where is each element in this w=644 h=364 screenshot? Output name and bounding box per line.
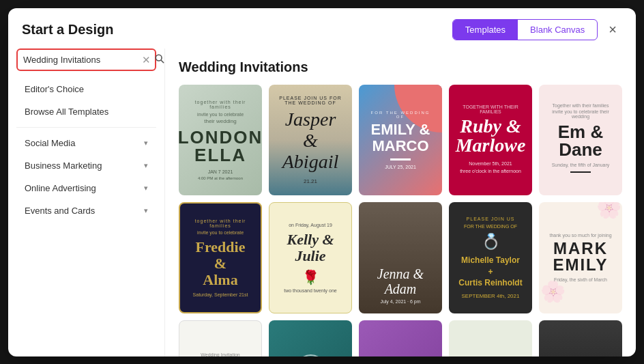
browse-all-label: Browse All Templates	[25, 107, 108, 117]
section-title: Wedding Invitations	[179, 59, 622, 75]
chevron-down-icon: ▾	[144, 184, 148, 193]
template-card-freddie-alma[interactable]: together with their families invite you …	[179, 202, 262, 313]
business-marketing-label: Business Marketing	[25, 160, 102, 171]
sidebar-divider	[16, 127, 156, 128]
template-card-billie-smith[interactable]: Wedding Invitation BILLIE SMITH Together…	[179, 320, 262, 356]
social-media-label: Social Media	[25, 138, 75, 148]
tab-templates[interactable]: Templates	[453, 20, 518, 40]
chevron-down-icon: ▾	[144, 206, 148, 215]
template-card-michelle-taylor[interactable]: PLEASE JOIN US FOR THE WEDDING OF 💍 Mich…	[449, 202, 532, 313]
search-input[interactable]	[23, 55, 138, 65]
search-submit-button[interactable]	[155, 54, 164, 66]
template-card-ruby-marlowe[interactable]: TOGETHER WITH THEIR FAMILIES Ruby &Marlo…	[449, 85, 532, 196]
template-card-kelly-julie[interactable]: on Friday, August 19 Kelly &Julie 🌹 two …	[269, 202, 352, 313]
template-names: Freddie&Alma	[196, 239, 246, 289]
sidebar-section-business-marketing[interactable]: Business Marketing ▾	[16, 154, 156, 177]
sidebar-section-events-and-cards[interactable]: Events and Cards ▾	[16, 199, 156, 222]
sidebar-item-browse-all[interactable]: Browse All Templates	[16, 100, 156, 123]
template-card-purple-arch[interactable]: Wedding Invitation	[359, 320, 442, 356]
chevron-down-icon: ▾	[144, 139, 148, 148]
sidebar-item-editors-choice[interactable]: Editor's Choice	[16, 78, 156, 100]
sidebar: ✕ Editor's Choice Browse All Templates	[8, 48, 165, 356]
template-card-teal[interactable]: wedding invitation	[269, 320, 352, 356]
template-names: Jasper&Abigail	[282, 109, 338, 172]
sidebar-section-online-advertising[interactable]: Online Advertising ▾	[16, 177, 156, 199]
template-card-eucalyptus[interactable]: 🌿 Wedding Invitation	[449, 320, 532, 356]
search-icon	[155, 54, 164, 64]
modal-title: Start a Design	[22, 22, 113, 38]
close-button[interactable]: ×	[603, 19, 622, 40]
template-names: LONDONELLA	[179, 128, 262, 164]
main-content: Wedding Invitations together with their …	[165, 48, 636, 356]
modal: Start a Design Templates Blank Canvas × …	[8, 8, 636, 356]
editors-choice-label: Editor's Choice	[25, 84, 84, 94]
tab-blank-canvas[interactable]: Blank Canvas	[518, 20, 597, 40]
modal-overlay: Start a Design Templates Blank Canvas × …	[0, 0, 644, 364]
template-names: MARKEMILY	[553, 240, 608, 273]
chevron-down-icon: ▾	[144, 161, 148, 170]
online-advertising-label: Online Advertising	[25, 183, 96, 193]
template-names: EMILY &MARCO	[371, 122, 430, 154]
template-card-jasper-abigail[interactable]: PLEASE JOIN US FOR THE WEDDING OF Jasper…	[269, 85, 352, 196]
template-card-em-dane[interactable]: Together with their families invite you …	[539, 85, 622, 196]
modal-body: ✕ Editor's Choice Browse All Templates	[8, 48, 636, 356]
search-clear-button[interactable]: ✕	[142, 55, 151, 65]
template-card-jenna-adam[interactable]: Jenna & Adam July 4, 2021 · 6 pm	[359, 202, 442, 313]
template-names: Jenna & Adam	[368, 266, 433, 296]
modal-header-right: Templates Blank Canvas ×	[452, 19, 622, 40]
template-card-mark-emily[interactable]: 🌸 🌸 thank you so much for joining MARKEM…	[539, 202, 622, 313]
svg-line-1	[161, 60, 164, 63]
template-card-emily-marco[interactable]: FOR THE WEDDING OF EMILY &MARCO JULY 25,…	[359, 85, 442, 196]
template-card-dark-photo[interactable]: together with their families Wedding	[539, 320, 622, 356]
search-box: ✕	[16, 48, 156, 71]
tab-group: Templates Blank Canvas	[452, 19, 598, 40]
template-names: Ruby &Marlowe	[456, 117, 526, 155]
template-card-london-ella[interactable]: together with their families invite you …	[179, 85, 262, 196]
modal-header: Start a Design Templates Blank Canvas ×	[8, 8, 636, 40]
templates-grid: together with their families invite you …	[179, 85, 622, 356]
template-names: Em &Dane	[558, 123, 603, 158]
template-names: Michelle Taylor+Curtis Reinholdt	[458, 255, 522, 289]
template-names: Kelly &Julie	[287, 232, 334, 264]
events-and-cards-label: Events and Cards	[25, 206, 95, 216]
sidebar-section-social-media[interactable]: Social Media ▾	[16, 132, 156, 154]
